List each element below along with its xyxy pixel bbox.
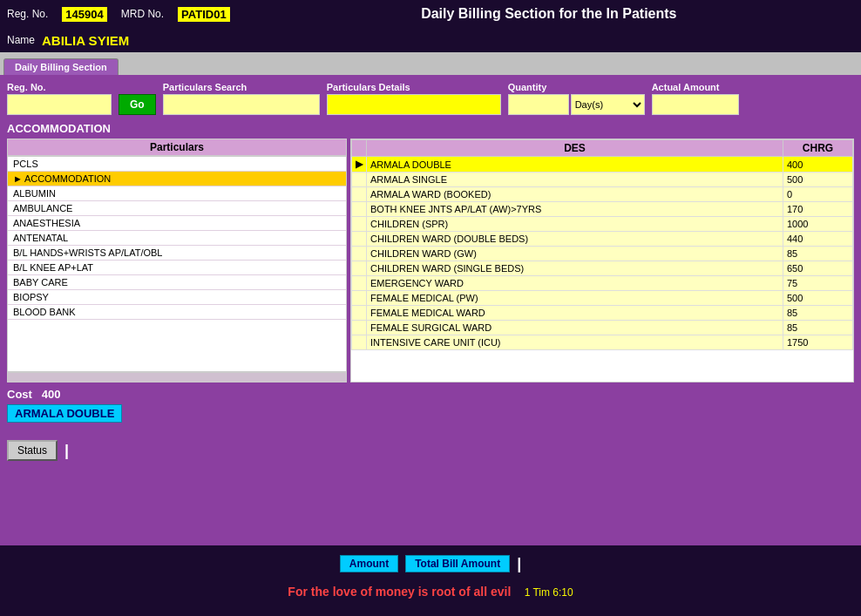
right-table-container[interactable]: DES CHRG ▶ARMALA DOUBLE400ARMALA SINGLE5… xyxy=(350,139,854,382)
des-cell: CHILDREN WARD (DOUBLE BEDS) xyxy=(367,232,783,247)
form-row: Reg. No. Go Particulars Search Particula… xyxy=(7,82,854,115)
table-row[interactable]: FEMALE MEDICAL (PW)500 xyxy=(352,291,853,306)
chrg-cell: 85 xyxy=(783,247,853,261)
patient-name: ABILIA SYIEM xyxy=(42,33,129,48)
right-table: DES CHRG ▶ARMALA DOUBLE400ARMALA SINGLE5… xyxy=(351,139,853,350)
page-title: Daily Billing Section for the In Patient… xyxy=(244,6,854,22)
particulars-search-group: Particulars Search xyxy=(163,82,320,115)
section-label: ACCOMMODATION xyxy=(7,122,854,135)
footer-quote-text: For the love of money is root of all evi… xyxy=(288,585,511,599)
tab-daily-billing[interactable]: Daily Billing Section xyxy=(3,58,119,75)
name-row: Name ABILIA SYIEM xyxy=(0,28,861,52)
particulars-search-input[interactable] xyxy=(163,94,320,115)
quantity-input[interactable] xyxy=(508,94,569,115)
status-button[interactable]: Status xyxy=(7,440,58,461)
main-content: Reg. No. Go Particulars Search Particula… xyxy=(0,75,861,545)
des-cell: CHILDREN WARD (SINGLE BEDS) xyxy=(367,261,783,276)
cursor-indicator: | xyxy=(64,442,69,460)
table-row[interactable]: CHILDREN WARD (SINGLE BEDS)650 xyxy=(352,261,853,276)
table-row[interactable]: INTENSIVE CARE UNIT (ICU)1750 xyxy=(352,335,853,350)
unit-select[interactable]: Day(s) Hour(s) Week(s) xyxy=(571,94,645,115)
list-item[interactable]: ►ACCOMMODATION xyxy=(8,172,346,186)
chrg-col-header: CHRG xyxy=(783,140,853,157)
list-item[interactable]: B/L HANDS+WRISTS AP/LAT/OBL xyxy=(8,246,346,261)
list-item[interactable]: B/L KNEE AP+LAT xyxy=(8,261,346,275)
list-item[interactable]: ALBUMIN xyxy=(8,186,346,201)
arrow-cell xyxy=(352,306,367,321)
table-row[interactable]: FEMALE SURGICAL WARD85 xyxy=(352,321,853,335)
quantity-group: Quantity Day(s) Hour(s) Week(s) xyxy=(508,82,645,115)
go-button[interactable]: Go xyxy=(119,94,156,115)
table-row[interactable]: ▶ARMALA DOUBLE400 xyxy=(352,157,853,173)
mrd-no-value: PATID01 xyxy=(178,7,230,22)
footer-area: Amount Total Bill Amount | For the love … xyxy=(0,545,861,608)
footer-buttons-row: Amount Total Bill Amount | xyxy=(340,555,521,573)
list-item[interactable]: ANAESTHESIA xyxy=(8,216,346,231)
arrow-cell: ▶ xyxy=(352,157,367,173)
arrow-cell xyxy=(352,232,367,247)
chrg-cell: 650 xyxy=(783,261,853,276)
footer-quote-ref: 1 Tim 6:10 xyxy=(525,586,573,599)
arrow-col-header xyxy=(352,140,367,157)
table-row[interactable]: CHILDREN WARD (GW)85 xyxy=(352,247,853,261)
des-cell: ARMALA DOUBLE xyxy=(367,157,783,173)
chrg-cell: 500 xyxy=(783,173,853,187)
right-panel: DES CHRG ▶ARMALA DOUBLE400ARMALA SINGLE5… xyxy=(350,139,854,382)
des-cell: ARMALA WARD (BOOKED) xyxy=(367,187,783,202)
status-row: Status | xyxy=(7,440,854,461)
reg-no-input[interactable] xyxy=(7,94,112,115)
des-col-header: DES xyxy=(367,140,783,157)
arrow-cell xyxy=(352,173,367,187)
table-row[interactable]: BOTH KNEE JNTS AP/LAT (AW)>7YRS170 xyxy=(352,202,853,217)
arrow-cell xyxy=(352,202,367,217)
table-row[interactable]: ARMALA SINGLE500 xyxy=(352,173,853,187)
reg-no-value: 145904 xyxy=(62,7,106,22)
chrg-cell: 400 xyxy=(783,157,853,173)
list-item[interactable]: BABY CARE xyxy=(8,275,346,290)
arrow-cell xyxy=(352,335,367,350)
amount-button[interactable]: Amount xyxy=(340,555,398,572)
selected-item-badge: ARMALA DOUBLE xyxy=(7,404,854,423)
actual-amount-input[interactable] xyxy=(652,94,739,115)
total-bill-button[interactable]: Total Bill Amount xyxy=(405,555,510,572)
list-item[interactable]: BIOPSY xyxy=(8,290,346,305)
table-row[interactable]: EMERGENCY WARD75 xyxy=(352,276,853,291)
table-row[interactable]: CHILDREN WARD (DOUBLE BEDS)440 xyxy=(352,232,853,247)
arrow-cell xyxy=(352,291,367,306)
cost-value: 400 xyxy=(42,388,61,401)
chrg-cell: 1000 xyxy=(783,217,853,232)
chrg-cell: 170 xyxy=(783,202,853,217)
des-cell: CHILDREN WARD (GW) xyxy=(367,247,783,261)
reg-no-group: Reg. No. xyxy=(7,82,112,115)
actual-amount-label: Actual Amount xyxy=(652,82,739,92)
table-row[interactable]: ARMALA WARD (BOOKED)0 xyxy=(352,187,853,202)
footer-quote-row: For the love of money is root of all evi… xyxy=(288,585,573,599)
left-panel: Particulars PCLS►ACCOMMODATIONALBUMINAMB… xyxy=(7,139,347,382)
reg-no-label: Reg. No. xyxy=(7,8,48,20)
arrow-cell xyxy=(352,261,367,276)
des-cell: CHILDREN (SPR) xyxy=(367,217,783,232)
des-cell: EMERGENCY WARD xyxy=(367,276,783,291)
particulars-details-input[interactable]: ARMALA DOUBLE xyxy=(327,94,501,115)
mrd-no-label: MRD No. xyxy=(121,8,164,20)
table-row[interactable]: FEMALE MEDICAL WARD85 xyxy=(352,306,853,321)
table-row[interactable]: CHILDREN (SPR)1000 xyxy=(352,217,853,232)
left-list-container[interactable]: PCLS►ACCOMMODATIONALBUMINAMBULANCEANAEST… xyxy=(7,156,347,372)
des-cell: FEMALE SURGICAL WARD xyxy=(367,321,783,335)
quantity-label: Quantity xyxy=(508,82,645,92)
list-item[interactable]: PCLS xyxy=(8,157,346,172)
list-item[interactable]: ANTENATAL xyxy=(8,231,346,246)
arrow-cell xyxy=(352,321,367,335)
des-cell: FEMALE MEDICAL (PW) xyxy=(367,291,783,306)
particulars-details-label: Particulars Details xyxy=(327,82,501,92)
reg-no-form-label: Reg. No. xyxy=(7,82,112,92)
left-hscroll[interactable] xyxy=(7,372,347,382)
footer-divider: | xyxy=(517,555,521,573)
chrg-cell: 75 xyxy=(783,276,853,291)
actual-amount-group: Actual Amount xyxy=(652,82,739,115)
chrg-cell: 0 xyxy=(783,187,853,202)
cost-row: Cost 400 xyxy=(7,388,854,401)
top-header: Reg. No. 145904 MRD No. PATID01 Daily Bi… xyxy=(0,0,861,28)
list-item[interactable]: AMBULANCE xyxy=(8,201,346,216)
list-item[interactable]: BLOOD BANK xyxy=(8,305,346,320)
